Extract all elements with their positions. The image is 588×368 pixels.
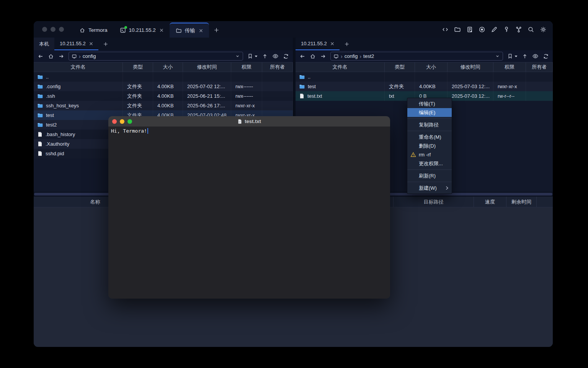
column-header[interactable]: 所有者 (526, 62, 553, 72)
column-header[interactable]: 修改时间 (448, 62, 493, 72)
table-row[interactable]: .config 文件夹 4.00KB 2025-07-02 12:... rwx… (34, 82, 293, 91)
column-header[interactable]: 目标路径 (394, 197, 474, 207)
zoom-window-button[interactable] (59, 27, 64, 32)
search-icon[interactable] (528, 26, 534, 33)
menu-item-copy-path[interactable]: 复制路径 (407, 120, 452, 129)
app-tabs: Termora 10.211.55.2 传输 (73, 21, 224, 38)
key-icon[interactable] (503, 26, 510, 33)
code-icon[interactable] (442, 26, 449, 33)
table-row[interactable]: ssh_host_keys 文件夹 4.00KB 2025-06-26 17:.… (34, 101, 293, 110)
column-header[interactable]: 文件名 (296, 62, 385, 72)
column-header[interactable]: 所有者 (262, 62, 293, 72)
file-type (123, 72, 153, 82)
left-table-header: 文件名 类型 大小 修改时间 权限 所有者 (34, 62, 293, 72)
close-window-button[interactable] (42, 27, 47, 32)
file-icon (37, 151, 43, 156)
record-icon[interactable] (479, 26, 485, 33)
back-icon[interactable] (299, 53, 305, 59)
folder-icon (37, 103, 43, 109)
forward-icon[interactable] (58, 53, 64, 59)
caret-down-icon[interactable] (255, 55, 258, 58)
menu-item-transfer[interactable]: 传输(T) (407, 99, 452, 108)
menu-item-rename[interactable]: 重命名(M) (407, 133, 452, 141)
file-name: .. (46, 74, 49, 80)
folder-icon[interactable] (454, 26, 461, 33)
bookmark-icon[interactable] (247, 53, 253, 59)
chevron-down-icon[interactable] (495, 54, 500, 59)
path-segment[interactable]: test2 (363, 53, 374, 59)
path-bar[interactable]: › config › test2 (330, 52, 503, 61)
close-tab-icon[interactable] (330, 42, 334, 46)
column-header[interactable]: 权限 (493, 62, 526, 72)
new-panel-tab-button[interactable] (340, 38, 354, 50)
table-row[interactable]: test 文件夹 4.00KB 2025-07-03 12:... rwxr-x… (296, 82, 553, 91)
path-segment[interactable]: config (345, 53, 358, 59)
back-icon[interactable] (38, 53, 44, 59)
tab-transfer[interactable]: 传输 (170, 23, 209, 38)
menu-item-chmod[interactable]: 更改权限... (407, 159, 452, 168)
column-header[interactable]: 修改时间 (183, 62, 231, 72)
refresh-icon[interactable] (283, 53, 289, 59)
path-bar[interactable]: › config (69, 52, 243, 61)
tab-termora-home[interactable]: Termora (73, 23, 114, 38)
forward-icon[interactable] (320, 53, 326, 59)
log-icon[interactable] (466, 26, 473, 33)
terminal-icon (120, 27, 126, 33)
file-size: 4.00KB (153, 82, 183, 91)
show-hidden-eye-icon[interactable] (532, 53, 539, 59)
file-size (153, 72, 183, 82)
menu-item-rm-rf[interactable]: rm -rf (407, 150, 452, 159)
path-segment[interactable]: config (83, 53, 96, 59)
column-header[interactable]: 文件名 (34, 62, 123, 72)
keychain-icon[interactable] (515, 26, 522, 33)
tab-local[interactable]: 本机 (34, 38, 54, 50)
table-row[interactable]: .. (34, 72, 293, 82)
menu-item-refresh[interactable]: 刷新(R) (407, 171, 452, 180)
minimize-window-button[interactable] (51, 27, 56, 32)
menu-item-new[interactable]: 新建(W) (407, 184, 452, 192)
close-tab-icon[interactable] (160, 28, 163, 32)
settings-gear-icon[interactable] (540, 26, 547, 33)
file-perms: rwx------ (231, 82, 262, 91)
new-tab-button[interactable] (209, 23, 224, 38)
column-header[interactable]: 大小 (153, 62, 183, 72)
table-row[interactable]: .ssh 文件夹 4.00KB 2025-06-21 15:... rwx---… (34, 91, 293, 101)
column-header[interactable]: 速度 (474, 197, 506, 207)
column-header[interactable]: 剩余时间 (506, 197, 537, 207)
column-header[interactable]: 类型 (123, 62, 153, 72)
computer-icon (333, 54, 339, 59)
caret-down-icon[interactable] (514, 55, 518, 58)
column-header-spacer (537, 197, 553, 207)
folder-icon (37, 122, 43, 128)
menu-item-edit[interactable]: 编辑(E) (407, 108, 452, 117)
app-titlebar: Termora 10.211.55.2 传输 (34, 21, 553, 38)
menu-item-delete[interactable]: 删除(D) (407, 141, 452, 150)
editor-titlebar[interactable]: test.txt (108, 116, 390, 127)
menu-separator (407, 182, 452, 182)
table-row[interactable]: .. (296, 72, 553, 82)
upload-parent-icon[interactable] (522, 53, 528, 59)
bookmark-icon[interactable] (507, 53, 513, 59)
chevron-down-icon[interactable] (235, 54, 240, 59)
home-icon[interactable] (310, 53, 316, 59)
refresh-icon[interactable] (543, 53, 549, 59)
window-controls (34, 27, 73, 38)
pencil-icon[interactable] (491, 26, 498, 33)
column-header[interactable]: 权限 (231, 62, 262, 72)
column-header[interactable]: 类型 (385, 62, 415, 72)
close-tab-icon[interactable] (89, 42, 93, 46)
new-panel-tab-button[interactable] (98, 38, 113, 50)
tab-remote-host[interactable]: 10.211.55.2 (296, 38, 340, 50)
upload-parent-icon[interactable] (262, 53, 268, 59)
file-icon (37, 131, 43, 137)
home-icon[interactable] (48, 53, 54, 59)
editor-content[interactable]: Hi, Termora! (108, 127, 390, 299)
column-header[interactable]: 大小 (415, 62, 448, 72)
show-hidden-eye-icon[interactable] (272, 53, 279, 59)
file-owner (262, 82, 293, 91)
tab-remote-host[interactable]: 10.211.55.2 (54, 38, 98, 50)
close-tab-icon[interactable] (199, 29, 203, 33)
file-owner (262, 101, 293, 110)
tab-ssh-session[interactable]: 10.211.55.2 (114, 23, 170, 38)
right-table-header: 文件名 类型 大小 修改时间 权限 所有者 (296, 62, 553, 72)
